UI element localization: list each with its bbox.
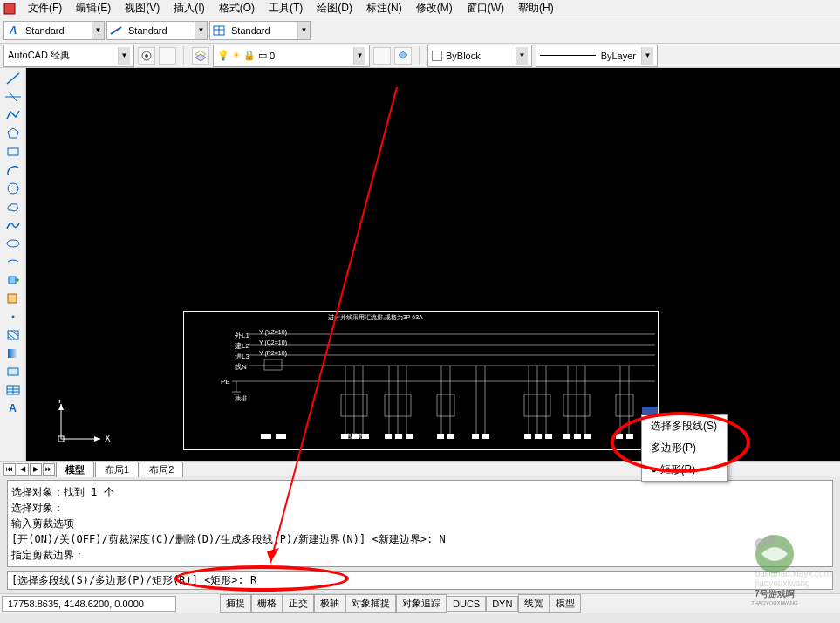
context-menu-header (642, 407, 658, 415)
gear-icon[interactable] (138, 47, 155, 65)
ctx-select-polyline[interactable]: 选择多段线(S) (642, 415, 727, 437)
style-toolbar: A Standard ▼ Standard ▼ Standard ▼ (0, 17, 840, 44)
tab-layout1[interactable]: 布局1 (95, 462, 139, 477)
boundary-context-menu: 选择多段线(S) 多边形(P) 矩形(R) (641, 414, 728, 482)
menu-modify[interactable]: 修改(M) (409, 0, 460, 17)
point-tool[interactable] (3, 308, 24, 325)
layers-icon[interactable] (192, 47, 209, 65)
menu-dimension[interactable]: 标注(N) (359, 0, 409, 17)
logo-watermark: 7号游戏啊 7HAOYOUXIWANG (744, 533, 805, 606)
polyline-tool[interactable] (3, 106, 24, 124)
svg-rect-0 (4, 3, 15, 14)
menu-draw[interactable]: 绘图(D) (310, 0, 359, 17)
tab-next-icon[interactable]: ▶ (30, 463, 42, 476)
drawing-viewport[interactable]: 进井并线采用汇流排,规格为3P 63A 外L1 建L2 进L3 线N PE Y … (26, 68, 840, 461)
dyn-toggle[interactable]: DYN (486, 596, 518, 612)
chevron-down-icon[interactable]: ▼ (195, 22, 207, 39)
svg-rect-71 (395, 434, 402, 439)
lock-icon: 🔒 (243, 50, 256, 61)
chevron-down-icon[interactable]: ▼ (118, 47, 130, 65)
svg-rect-70 (385, 434, 392, 439)
ctx-rectangle[interactable]: 矩形(R) (642, 459, 727, 481)
region-tool[interactable] (3, 363, 24, 380)
layer-manager-icon[interactable] (373, 47, 391, 65)
ellipse-arc-tool[interactable] (3, 253, 24, 270)
menu-view[interactable]: 视图(V) (118, 0, 167, 17)
ellipse-tool[interactable] (3, 235, 24, 252)
table-style-select[interactable]: Standard ▼ (209, 21, 311, 40)
arc-tool[interactable] (3, 161, 24, 179)
dim-style-select[interactable]: Standard ▼ (106, 21, 208, 40)
dim-style-icon (107, 22, 125, 39)
workspace-select[interactable]: AutoCAD 经典 ▼ (3, 44, 134, 67)
make-block-tool[interactable] (3, 290, 24, 307)
command-input[interactable] (250, 574, 829, 586)
gradient-tool[interactable] (3, 345, 24, 362)
coordinate-display: 17758.8635, 4148.6200, 0.0000 (2, 596, 176, 612)
circle-tool[interactable] (3, 180, 24, 197)
svg-point-16 (8, 183, 18, 194)
menu-file[interactable]: 文件(F) (21, 0, 69, 17)
menubar: 文件(F) 编辑(E) 视图(V) 插入(I) 格式(O) 工具(T) 绘图(D… (0, 0, 840, 17)
menu-edit[interactable]: 编辑(E) (69, 0, 118, 17)
spline-tool[interactable] (3, 216, 24, 234)
svg-rect-64 (616, 394, 633, 416)
tab-first-icon[interactable]: ⏮ (3, 463, 16, 476)
svg-rect-79 (545, 434, 552, 439)
layer-select[interactable]: 💡 ☀ 🔒 ▭ 0 ▼ (213, 44, 370, 67)
menu-help[interactable]: 帮助(H) (511, 0, 561, 17)
mtext-tool[interactable]: A (3, 400, 24, 417)
sun-icon: ☀ (232, 50, 241, 61)
tab-last-icon[interactable]: ⏭ (43, 463, 55, 476)
svg-rect-26 (8, 368, 18, 375)
osnap-toggle[interactable]: 对象捕捉 (345, 594, 396, 613)
svg-rect-77 (524, 434, 531, 439)
lineweight-toggle[interactable]: 线宽 (518, 594, 550, 613)
cmd-line: 选择对象： (11, 500, 829, 516)
otrack-toggle[interactable]: 对象追踪 (396, 594, 447, 613)
menu-format[interactable]: 格式(O) (212, 0, 262, 17)
command-history[interactable]: 选择对象：找到 1 个 选择对象： 输入剪裁选项 [开(ON)/关(OFF)/剪… (7, 480, 833, 567)
insert-block-tool[interactable] (3, 271, 24, 289)
revcloud-tool[interactable] (3, 198, 24, 216)
svg-rect-83 (616, 434, 623, 439)
layer-stack-icon[interactable] (394, 47, 412, 65)
svg-rect-73 (437, 434, 444, 439)
cmd-line: 选择对象：找到 1 个 (11, 484, 829, 500)
line-tool[interactable] (3, 70, 24, 87)
xline-tool[interactable] (3, 88, 24, 106)
tab-prev-icon[interactable]: ◀ (17, 463, 29, 476)
text-style-icon: A (4, 22, 22, 39)
model-toggle[interactable]: 模型 (550, 594, 581, 613)
menu-tools[interactable]: 工具(T) (262, 0, 310, 17)
snap-toggle[interactable]: 捕捉 (220, 594, 251, 613)
tab-layout2[interactable]: 布局2 (140, 462, 183, 477)
tab-model[interactable]: 模型 (56, 462, 94, 477)
toolbox-icon[interactable] (159, 47, 176, 65)
workspace-toolbar: AutoCAD 经典 ▼ 💡 ☀ 🔒 ▭ 0 ▼ ByBlock ▼ ByLay… (0, 44, 840, 68)
ctx-polygon[interactable]: 多边形(P) (642, 437, 727, 459)
menu-insert[interactable]: 插入(I) (167, 0, 211, 17)
chevron-down-icon[interactable]: ▼ (353, 47, 365, 65)
svg-marker-86 (94, 436, 100, 442)
polar-toggle[interactable]: 极轴 (314, 594, 345, 613)
chevron-down-icon[interactable]: ▼ (297, 22, 310, 39)
text-style-select[interactable]: A Standard ▼ (3, 21, 105, 40)
color-select[interactable]: ByBlock ▼ (427, 44, 532, 67)
drawing-content: 进井并线采用汇流排,规格为3P 63A 外L1 建L2 进L3 线N PE Y … (183, 311, 840, 450)
hatch-tool[interactable] (3, 326, 24, 344)
svg-rect-78 (535, 434, 542, 439)
grid-toggle[interactable]: 栅格 (251, 594, 283, 613)
table-tool[interactable] (3, 381, 24, 399)
ortho-toggle[interactable]: 正交 (283, 594, 314, 613)
linetype-select[interactable]: ByLayer ▼ (536, 44, 658, 67)
ducs-toggle[interactable]: DUCS (447, 596, 486, 612)
lightbulb-icon: 💡 (217, 50, 229, 61)
chevron-down-icon[interactable]: ▼ (516, 47, 528, 65)
menu-window[interactable]: 窗口(W) (460, 0, 511, 17)
chevron-down-icon[interactable]: ▼ (641, 47, 653, 65)
chevron-down-icon[interactable]: ▼ (92, 22, 104, 39)
polygon-tool[interactable] (3, 125, 24, 142)
rectangle-tool[interactable] (3, 143, 24, 161)
svg-line-11 (7, 73, 19, 84)
